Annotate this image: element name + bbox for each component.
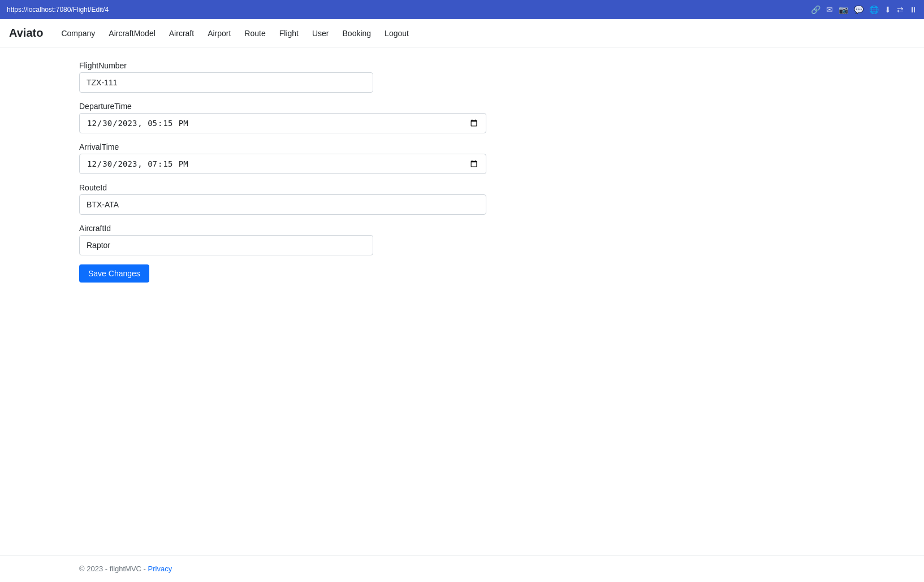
route-id-label: RouteId: [79, 183, 845, 192]
browser-icons: 🔗 ✉ 📷 💬 🌐 ⬇ ⇄ ⏸: [811, 5, 917, 14]
link-icon[interactable]: 🔗: [811, 5, 821, 14]
nav-route[interactable]: Route: [244, 29, 265, 38]
pause-icon[interactable]: ⏸: [909, 5, 917, 14]
nav-flight[interactable]: Flight: [279, 29, 299, 38]
arrival-time-label: ArrivalTime: [79, 142, 845, 151]
navbar: Aviato Company AircraftModel Aircraft Ai…: [0, 19, 924, 47]
nav-aircraft-model[interactable]: AircraftModel: [109, 29, 155, 38]
flight-number-label: FlightNumber: [79, 61, 845, 70]
message-icon[interactable]: 💬: [854, 5, 863, 14]
privacy-link[interactable]: Privacy: [148, 564, 172, 573]
aircraft-id-label: AircraftId: [79, 224, 845, 233]
nav-booking[interactable]: Booking: [343, 29, 372, 38]
route-id-input[interactable]: [79, 194, 486, 215]
footer: © 2023 - flightMVC - Privacy: [0, 555, 924, 582]
download-icon[interactable]: ⬇: [884, 5, 891, 14]
browser-url: https://localhost:7080/Flight/Edit/4: [7, 6, 806, 14]
nav-company[interactable]: Company: [61, 29, 95, 38]
footer-text: © 2023 - flightMVC -: [79, 564, 148, 573]
flight-number-group: FlightNumber: [79, 61, 845, 93]
nav-aircraft[interactable]: Aircraft: [169, 29, 194, 38]
departure-time-group: DepartureTime: [79, 102, 845, 133]
route-id-group: RouteId: [79, 183, 845, 215]
save-changes-button[interactable]: Save Changes: [79, 264, 149, 283]
camera-icon[interactable]: 📷: [839, 5, 848, 14]
aircraft-id-input[interactable]: [79, 235, 373, 255]
main-content: FlightNumber DepartureTime ArrivalTime R…: [0, 47, 924, 555]
brand-logo[interactable]: Aviato: [9, 27, 43, 40]
arrival-time-input[interactable]: [79, 154, 486, 174]
flight-edit-form: FlightNumber DepartureTime ArrivalTime R…: [79, 61, 845, 283]
flight-number-input[interactable]: [79, 72, 373, 93]
swap-icon[interactable]: ⇄: [897, 5, 904, 14]
aircraft-id-group: AircraftId: [79, 224, 845, 255]
globe-icon[interactable]: 🌐: [869, 5, 879, 14]
nav-user[interactable]: User: [312, 29, 329, 38]
browser-bar: https://localhost:7080/Flight/Edit/4 🔗 ✉…: [0, 0, 924, 19]
nav-airport[interactable]: Airport: [208, 29, 231, 38]
arrival-time-group: ArrivalTime: [79, 142, 845, 174]
mail-icon[interactable]: ✉: [826, 5, 833, 14]
departure-time-input[interactable]: [79, 113, 486, 133]
departure-time-label: DepartureTime: [79, 102, 845, 111]
nav-logout[interactable]: Logout: [385, 29, 409, 38]
